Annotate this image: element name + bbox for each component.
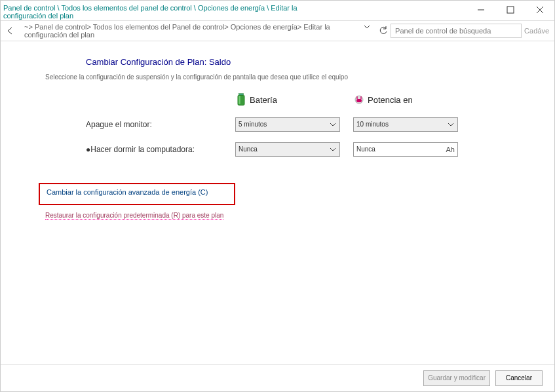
- select-display-battery[interactable]: 5 minutos: [235, 117, 340, 132]
- close-button[interactable]: [525, 1, 554, 19]
- arrow-left-icon: [6, 26, 15, 35]
- svg-rect-1: [507, 7, 514, 13]
- maximize-icon: [507, 6, 514, 14]
- refresh-icon: [379, 26, 388, 35]
- minimize-button[interactable]: [466, 1, 495, 19]
- window-controls: [466, 1, 554, 19]
- content-area: Cambiar Configuración de Plan: Saldo Sel…: [1, 41, 554, 364]
- maximize-button[interactable]: [495, 1, 525, 19]
- page-subtitle: Seleccione la configuración de suspensió…: [45, 73, 523, 81]
- minimize-icon: [477, 6, 485, 14]
- breadcrumb-dropdown[interactable]: [363, 23, 371, 32]
- column-header-plugged-label: Potencia en: [368, 95, 413, 105]
- page-title: Cambiar Configuración de Plan: Saldo: [86, 57, 523, 67]
- close-icon: [536, 6, 544, 14]
- chevron-down-icon: [329, 146, 337, 153]
- chevron-down-icon: [329, 121, 337, 128]
- back-button[interactable]: [3, 24, 18, 38]
- select-display-plugged[interactable]: 10 minutos: [353, 117, 458, 132]
- select-sleep-battery-value: Nunca: [239, 146, 258, 153]
- column-header-plugged: Potencia en: [353, 94, 458, 106]
- settings-grid: Batería Potencia en Apague el monitor: 5…: [86, 92, 523, 157]
- column-header-battery-label: Batería: [250, 95, 277, 105]
- edge-text: Cadáve: [522, 27, 552, 35]
- window-title: Panel de control \ Todos los elementos d…: [3, 1, 305, 20]
- select-sleep-battery[interactable]: Nunca: [235, 142, 340, 157]
- link-restore-defaults[interactable]: Restaurar la configuración predeterminad…: [45, 212, 223, 220]
- select-sleep-plugged[interactable]: Nunca Ah: [353, 142, 458, 157]
- chevron-down-icon: [447, 121, 455, 128]
- select-display-battery-value: 5 minutos: [239, 121, 267, 128]
- breadcrumb-text: ~> Panel de control> Todos los elementos…: [24, 23, 330, 39]
- footer: Guardar y modificar Cancelar: [1, 364, 554, 391]
- select-display-plugged-value: 10 minutos: [356, 121, 389, 128]
- select-sleep-plugged-value: Nunca: [356, 146, 375, 153]
- save-button: Guardar y modificar: [423, 370, 490, 386]
- navbar: ~> Panel de control> Todos los elementos…: [1, 20, 554, 41]
- search-input[interactable]: [391, 24, 522, 38]
- breadcrumb[interactable]: ~> Panel de control> Todos los elementos…: [20, 22, 373, 40]
- chevron-down-icon: [363, 23, 371, 31]
- cancel-button[interactable]: Cancelar: [495, 370, 543, 386]
- titlebar: Panel de control \ Todos los elementos d…: [1, 1, 554, 20]
- svg-rect-6: [239, 96, 240, 104]
- svg-rect-8: [356, 99, 362, 102]
- plug-icon: [353, 94, 365, 106]
- row-label-display: Apague el monitor:: [86, 120, 235, 129]
- link-advanced-settings[interactable]: Cambiar la configuración avanzada de ene…: [39, 183, 235, 205]
- battery-icon: [235, 92, 247, 107]
- svg-rect-4: [239, 94, 244, 96]
- select-sleep-plugged-tail: Ah: [446, 146, 455, 153]
- row-label-sleep: ●Hacer dormir la computadora:: [86, 145, 235, 154]
- links-block: Cambiar la configuración avanzada de ene…: [45, 183, 523, 220]
- refresh-button[interactable]: [376, 24, 391, 38]
- column-header-battery: Batería: [235, 92, 340, 107]
- row-label-sleep-text: Hacer dormir la computadora:: [90, 145, 195, 154]
